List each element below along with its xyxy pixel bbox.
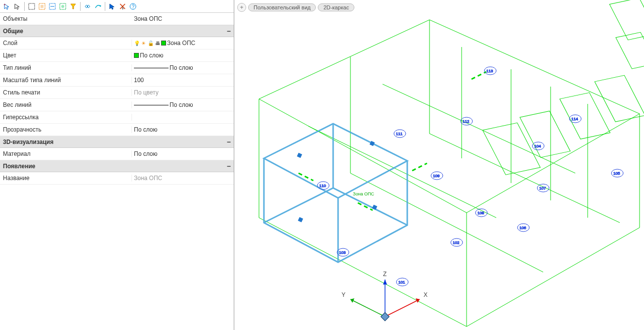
lineweight-value[interactable]: По слою xyxy=(132,101,234,108)
tab-wireframe[interactable]: 2D-каркас xyxy=(318,3,354,11)
svg-text:107: 107 xyxy=(539,186,546,190)
add-select-icon[interactable]: + xyxy=(2,1,12,11)
bulb-icon: 💡 xyxy=(134,41,140,46)
row-name: Название Зона ОПС xyxy=(0,172,234,185)
lineweight-text: По слою xyxy=(170,101,193,108)
marquee2-icon[interactable] xyxy=(37,1,47,11)
layer-color-icon xyxy=(161,41,166,46)
svg-marker-59 xyxy=(383,280,387,284)
svg-text:114: 114 xyxy=(571,117,578,121)
scene-svg: Зона ОПС 110 111 112 113 114 104 109 108… xyxy=(234,0,644,330)
transparency-label: Прозрачность xyxy=(0,126,132,133)
row-layer: Слой 💡 ☀ 🔓 🖶 Зона ОПС xyxy=(0,37,234,49)
filter-icon[interactable] xyxy=(68,1,78,11)
section-general-title: Общие xyxy=(3,28,23,35)
svg-point-7 xyxy=(100,5,101,6)
svg-line-19 xyxy=(472,72,486,79)
marquee4-icon[interactable] xyxy=(58,1,68,11)
line-sample-icon xyxy=(134,68,169,68)
svg-text:?: ? xyxy=(132,4,135,9)
section-appearance[interactable]: Появление − xyxy=(0,160,234,172)
tab-custom-view[interactable]: Пользовательский вид xyxy=(248,3,316,11)
row-printstyle: Стиль печати По цвету xyxy=(0,87,234,99)
printstyle-label: Стиль печати xyxy=(0,89,132,96)
svg-text:101: 101 xyxy=(398,280,405,284)
svg-rect-1 xyxy=(29,3,35,9)
collapse-icon[interactable]: − xyxy=(227,138,231,146)
svg-line-16 xyxy=(299,173,313,181)
x-select-icon[interactable] xyxy=(118,1,128,11)
svg-rect-3 xyxy=(41,5,43,8)
properties-panel: + ? Объекты Зона ОПС Общие − Слой 💡 ☀ 🔓 … xyxy=(0,0,234,330)
printstyle-value[interactable]: По цвету xyxy=(132,89,234,96)
separator xyxy=(80,2,81,11)
svg-text:104: 104 xyxy=(534,144,541,148)
add-view-button[interactable]: + xyxy=(237,3,246,12)
selection-toolbar: + ? xyxy=(0,0,234,13)
section-general[interactable]: Общие − xyxy=(0,25,234,37)
section-viz3d-title: 3D-визуализация xyxy=(3,139,53,145)
svg-rect-11 xyxy=(520,111,570,157)
color-text: По слою xyxy=(140,52,163,59)
svg-line-52 xyxy=(385,299,420,317)
svg-text:111: 111 xyxy=(396,132,403,136)
svg-marker-53 xyxy=(416,298,420,303)
svg-text:X: X xyxy=(424,291,428,298)
svg-text:110: 110 xyxy=(319,184,326,188)
svg-text:106: 106 xyxy=(519,226,526,230)
svg-text:Z: Z xyxy=(383,271,386,278)
svg-text:105: 105 xyxy=(613,171,620,176)
transparency-value[interactable]: По слою xyxy=(132,126,234,133)
objects-value[interactable]: Зона ОПС xyxy=(132,15,234,22)
name-value[interactable]: Зона ОПС xyxy=(132,175,234,182)
link-select-icon[interactable] xyxy=(83,1,92,11)
layer-label: Слой xyxy=(0,40,132,47)
zone-label: Зона ОПС xyxy=(353,191,374,196)
svg-text:Y: Y xyxy=(342,291,345,298)
objects-row: Объекты Зона ОПС xyxy=(0,13,234,25)
line-sample-icon xyxy=(134,105,169,105)
section-appearance-title: Появление xyxy=(3,163,35,170)
svg-rect-22 xyxy=(298,217,303,223)
svg-text:103: 103 xyxy=(339,250,346,255)
collapse-icon[interactable]: − xyxy=(227,27,231,35)
name-label: Название xyxy=(0,175,132,182)
svg-rect-61 xyxy=(381,313,389,321)
svg-line-55 xyxy=(350,299,385,317)
svg-rect-13 xyxy=(595,75,644,122)
row-transparency: Прозрачность По слою xyxy=(0,124,234,136)
svg-marker-56 xyxy=(350,298,354,303)
marquee3-icon[interactable] xyxy=(47,1,57,11)
objects-label: Объекты xyxy=(0,15,132,22)
linetype-label: Тип линий xyxy=(0,64,132,71)
row-linescale: Масштаб типа линий 100 xyxy=(0,74,234,87)
linescale-value[interactable]: 100 xyxy=(132,77,234,84)
row-color: Цвет По слою xyxy=(0,49,234,62)
linescale-label: Масштаб типа линий xyxy=(0,77,132,84)
svg-rect-12 xyxy=(560,93,610,139)
color-label: Цвет xyxy=(0,52,132,59)
svg-text:109: 109 xyxy=(433,174,440,178)
svg-line-18 xyxy=(412,163,427,171)
arrow-select-icon[interactable] xyxy=(107,1,117,11)
viewport-3d[interactable]: + Пользовательский вид 2D-каркас xyxy=(234,0,644,330)
svg-rect-15 xyxy=(609,0,644,40)
help-icon[interactable]: ? xyxy=(128,1,138,11)
svg-text:108: 108 xyxy=(477,211,484,215)
collapse-icon[interactable]: − xyxy=(227,162,231,170)
linetype-value[interactable]: По слою xyxy=(132,64,234,71)
svg-text:113: 113 xyxy=(486,69,493,73)
select-icon[interactable] xyxy=(12,1,22,11)
separator xyxy=(24,2,25,11)
lineweight-label: Вес линий xyxy=(0,101,132,108)
color-swatch-icon xyxy=(134,53,139,58)
section-viz3d[interactable]: 3D-визуализация − xyxy=(0,136,234,148)
brush-select-icon[interactable] xyxy=(93,1,103,11)
material-value[interactable]: По слою xyxy=(132,150,234,157)
hyperlink-label: Гиперссылка xyxy=(0,114,132,121)
marquee1-icon[interactable] xyxy=(27,1,37,11)
print-icon: 🖶 xyxy=(155,41,160,46)
svg-rect-14 xyxy=(616,32,644,69)
color-value[interactable]: По слою xyxy=(132,52,234,59)
layer-value[interactable]: 💡 ☀ 🔓 🖶 Зона ОПС xyxy=(132,40,234,47)
